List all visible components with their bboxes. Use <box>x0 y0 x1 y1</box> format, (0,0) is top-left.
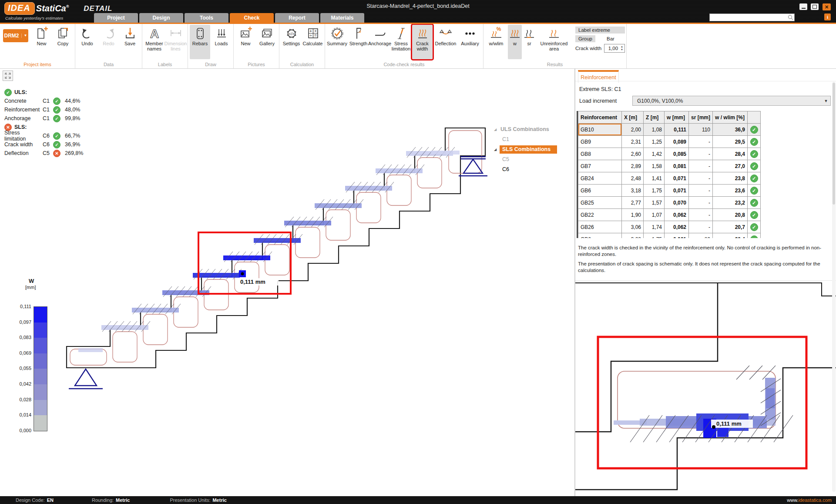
maximize-button[interactable] <box>811 3 819 10</box>
loads-icon <box>214 25 229 41</box>
ribbon: DRM2▼NewCopyProject itemsUndoRedoSaveDat… <box>0 24 836 69</box>
combination-sls-combinations[interactable]: ◢SLS Combinations <box>491 144 569 155</box>
panel-scrollbar[interactable] <box>832 82 836 492</box>
ribbon-group-pictures: NewGalleryPictures <box>234 24 279 68</box>
app-name: DETAIL <box>84 4 112 13</box>
table-row-gb7[interactable]: GB72,891,580,081-27,0✓ <box>578 160 761 172</box>
results-display-options: Label extremeGroupBarCrack width1,00▲▼ <box>575 25 625 54</box>
table-row-gb9[interactable]: GB92,311,250,089-29,5✓ <box>578 136 761 148</box>
ribbon-button-anchorage[interactable]: Anchorage <box>369 25 390 59</box>
ribbon-button-copy[interactable]: Copy <box>53 25 73 59</box>
table-row-gb22[interactable]: GB221,901,070,062-20,8✓ <box>578 209 761 221</box>
ribbon-button-strength[interactable]: Strength <box>348 25 369 59</box>
table-row-gb26[interactable]: GB263,061,740,062-20,7✓ <box>578 221 761 233</box>
spinner-arrows[interactable]: ▲▼ <box>619 45 624 51</box>
note-text: The presentation of crack spacing is sch… <box>578 261 827 274</box>
ribbon-button-w[interactable]: w <box>508 25 522 59</box>
column-header[interactable]: sr [mm] <box>689 111 713 124</box>
ribbon-button-label: Rebars <box>192 41 208 47</box>
idea-statica-detail-window: IDEA StatiCa® DETAIL Calculate yesterday… <box>0 0 836 504</box>
table-row-gb6[interactable]: GB63,221,750,0618620,4✓ <box>578 233 761 239</box>
legend-title: W <box>29 278 34 284</box>
tab-tools[interactable]: Tools <box>185 13 228 23</box>
ribbon-button-gallery[interactable]: Gallery <box>257 25 277 59</box>
crack-width-scale-input[interactable]: 1,00▲▼ <box>604 44 625 53</box>
ribbon-button-auxiliary[interactable]: Auxiliary <box>459 25 481 59</box>
save-icon <box>123 25 138 41</box>
search-input[interactable] <box>710 14 787 20</box>
expand-view-button[interactable] <box>3 71 13 81</box>
column-header[interactable]: Reinforcement <box>578 111 622 124</box>
check-pass-icon: ✓ <box>53 106 60 114</box>
combination-c5[interactable]: C5 <box>491 155 569 165</box>
table-row-gb6[interactable]: GB63,181,750,071-23,6✓ <box>578 185 761 197</box>
table-row-gb8[interactable]: GB82,601,420,085-28,4✓ <box>578 148 761 160</box>
reinforcement-table[interactable]: ReinforcementX [m]Z [m]w [mm]sr [mm]w / … <box>577 111 762 238</box>
ribbon-button-new[interactable]: New <box>235 25 256 59</box>
tree-expand-icon[interactable]: ◢ <box>491 128 500 131</box>
minimize-button[interactable] <box>799 3 807 10</box>
ribbon-button-undo[interactable]: Undo <box>77 25 97 59</box>
tab-design[interactable]: Design <box>139 13 183 23</box>
column-header[interactable]: w / wlim [%] <box>713 111 748 124</box>
ribbon-button-deflection[interactable]: Deflection <box>433 25 458 59</box>
tab-check[interactable]: Check <box>230 13 274 23</box>
combination-c6[interactable]: C6 <box>491 165 569 175</box>
tab-materials[interactable]: Materials <box>320 13 364 23</box>
combination-uls-combinations[interactable]: ◢ULS Combinations <box>491 124 569 134</box>
ribbon-button-w-wlim[interactable]: %w/wlim <box>485 25 507 59</box>
label-extreme-toggle[interactable]: Label extreme <box>575 27 625 34</box>
w-icon <box>507 25 522 41</box>
legend-tick: 0,014 <box>0 412 31 417</box>
tree-expand-icon[interactable]: ◢ <box>491 148 500 151</box>
table-row-gb24[interactable]: GB242,481,410,071-23,8✓ <box>578 172 761 185</box>
ribbon-button-sr[interactable]: sr <box>523 25 536 59</box>
close-button[interactable]: ✕ <box>823 3 831 10</box>
legend-unit: [mm] <box>25 285 36 290</box>
legend-color-bar <box>34 306 47 431</box>
ribbon-tabs: ProjectDesignToolsCheckReportMaterials <box>94 13 366 23</box>
ribbon-button-new[interactable]: New <box>31 25 52 59</box>
scrollbar-thumb[interactable] <box>833 83 835 205</box>
project-item-selector[interactable]: DRM2▼ <box>3 29 28 42</box>
ribbon-button-rebars[interactable]: Rebars <box>190 25 210 59</box>
table-row-gb25[interactable]: GB252,771,570,070-23,2✓ <box>578 197 761 209</box>
svg-text:A: A <box>150 27 158 40</box>
search-icon <box>787 14 794 20</box>
info-button[interactable]: i <box>824 13 831 20</box>
ribbon-group-label: Draw <box>189 61 232 68</box>
ribbon-button-label: w <box>513 41 517 47</box>
ribbon-button-redo[interactable]: Redo <box>98 25 119 59</box>
tab-report[interactable]: Report <box>275 13 319 23</box>
svg-text:=: = <box>314 33 317 38</box>
ribbon-button-summary[interactable]: Summary <box>327 25 347 59</box>
ribbon-button-dimension-lines[interactable]: Dimension lines <box>165 25 186 59</box>
column-header[interactable]: Z [m] <box>644 111 665 124</box>
table-row-gb10[interactable]: GB102,001,080,11111036,9✓ <box>578 124 761 136</box>
ribbon-button-calculate[interactable]: +×÷=Calculate <box>302 25 323 59</box>
column-header[interactable]: w [mm] <box>665 111 689 124</box>
chevron-down-icon: ▼ <box>822 99 830 103</box>
column-header[interactable]: X [m] <box>622 111 644 124</box>
member-names-icon: A <box>147 25 162 41</box>
ribbon-button-unreinforced-area[interactable]: Unreinforced area <box>537 25 571 59</box>
ribbon-button-crack-width[interactable]: Crack width <box>412 25 433 59</box>
ribbon-button-loads[interactable]: Loads <box>211 25 232 59</box>
load-increment-label: Load increment <box>579 98 617 104</box>
main-canvas[interactable]: 0,111 mm ✓ULS:ConcreteC1✓44,6%Reinforcem… <box>0 69 574 496</box>
website-link[interactable]: www.ideastatica.com <box>787 497 832 503</box>
combination-c1[interactable]: C1 <box>491 134 569 144</box>
load-increment-select[interactable]: G100,0%, V100,0% ▼ <box>632 96 831 106</box>
check-summary: ✓ULS:ConcreteC1✓44,6%ReinforcementC1✓48,… <box>4 88 83 158</box>
rebars-icon <box>193 25 208 41</box>
tab-project[interactable]: Project <box>94 13 138 23</box>
legend-tick: 0,000 <box>0 428 31 433</box>
svg-text:%: % <box>497 26 501 32</box>
ribbon-button-member-names[interactable]: AMember names <box>144 25 165 59</box>
bar-toggle[interactable]: Bar <box>607 36 614 41</box>
ribbon-button-save[interactable]: Save <box>120 25 140 59</box>
dimension-lines-icon <box>168 25 183 41</box>
group-toggle[interactable]: Group <box>575 35 595 42</box>
ribbon-button-settings[interactable]: </>Settings <box>281 25 302 59</box>
ribbon-button-stress-limitation[interactable]: Stress limitation <box>391 25 411 59</box>
